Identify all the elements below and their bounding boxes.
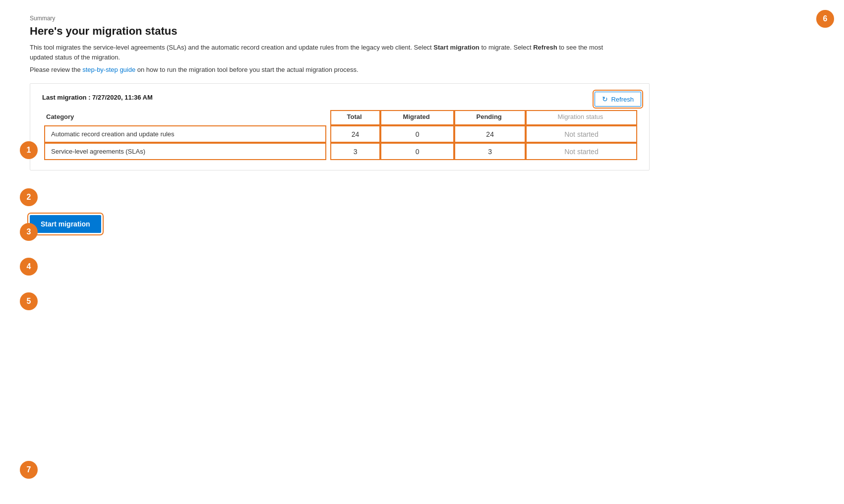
annotation-2: 2 <box>20 188 38 206</box>
summary-label: Summary <box>30 15 814 22</box>
col-header-pending: Pending <box>454 110 526 125</box>
page-title: Here's your migration status <box>30 25 814 38</box>
category-cell-2: Service-level agreements (SLAs) <box>42 143 330 160</box>
refresh-button[interactable]: ↻ Refresh <box>595 92 641 107</box>
description-text: This tool migrates the service-level agr… <box>30 43 625 62</box>
annotation-6: 6 <box>816 10 834 28</box>
category-label-1: Automatic record creation and update rul… <box>46 127 324 141</box>
migration-card: Last migration : 7/27/2020, 11:36 AM ↻ R… <box>30 83 650 170</box>
col-header-migrated: Migrated <box>380 110 454 125</box>
refresh-label: Refresh <box>611 96 634 103</box>
col-header-category: Category <box>42 110 330 125</box>
col-header-total: Total <box>330 110 380 125</box>
start-migration-button[interactable]: Start migration <box>30 215 101 233</box>
migrated-cell-2: 0 <box>380 143 454 160</box>
guide-link[interactable]: step-by-step guide <box>82 66 135 73</box>
annotation-5: 5 <box>20 292 38 310</box>
refresh-icon: ↻ <box>602 95 608 103</box>
annotation-1: 1 <box>20 141 38 159</box>
status-cell-2: Not started <box>526 143 637 160</box>
col-header-status: Migration status <box>526 110 637 125</box>
total-cell-1: 24 <box>330 125 380 143</box>
total-cell-2: 3 <box>330 143 380 160</box>
table-row: Automatic record creation and update rul… <box>42 125 637 143</box>
status-text-2: Not started <box>564 148 598 156</box>
bottom-section: Start migration <box>30 200 814 233</box>
pending-cell-1: 24 <box>454 125 526 143</box>
last-migration-text: Last migration : 7/27/2020, 11:36 AM <box>42 94 637 101</box>
pending-cell-2: 3 <box>454 143 526 160</box>
category-cell-1: Automatic record creation and update rul… <box>42 125 330 143</box>
migrated-cell-1: 0 <box>380 125 454 143</box>
guide-line: Please review the step-by-step guide on … <box>30 66 814 73</box>
annotation-3: 3 <box>20 223 38 241</box>
table-row: Service-level agreements (SLAs) 3 0 3 No… <box>42 143 637 160</box>
category-label-2: Service-level agreements (SLAs) <box>46 145 324 158</box>
status-cell-1: Not started <box>526 125 637 143</box>
status-text-1: Not started <box>564 130 598 138</box>
migration-table: Category Total Migrated Pending Migratio… <box>42 110 637 160</box>
annotation-7: 7 <box>20 461 38 479</box>
annotation-4: 4 <box>20 258 38 276</box>
